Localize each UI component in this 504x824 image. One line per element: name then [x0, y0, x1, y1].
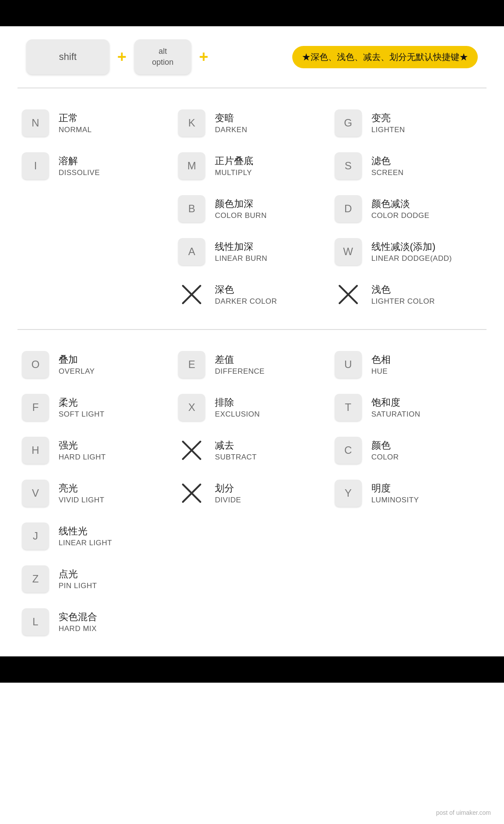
blend-label-vividlight: 亮光 VIVID LIGHT [59, 482, 105, 505]
key-t: T [335, 394, 362, 421]
bottom-bar [0, 656, 504, 683]
key-h: H [22, 437, 49, 464]
shift-label: shift [59, 51, 77, 63]
blend-label-difference: 差值 DIFFERENCE [215, 353, 265, 376]
section-overlay: O 叠加 OVERLAY E 差值 DIFFERENCE U 色相 HUE [0, 330, 504, 656]
list-item-empty [18, 230, 174, 273]
key-g: G [335, 109, 362, 137]
key-u: U [335, 351, 362, 378]
alt-key: alt option [134, 39, 191, 74]
blend-label-softlight: 柔光 SOFT LIGHT [59, 396, 105, 419]
list-item: O 叠加 OVERLAY [18, 343, 174, 386]
header-section: shift + alt option + ★深色、浅色、减去、划分无默认快捷键★ [0, 26, 504, 88]
footer-note: post of uimaker.com [436, 809, 491, 816]
blend-grid-8: H 强光 HARD LIGHT 减去 SUBTRACT [18, 429, 486, 472]
key-i: I [22, 152, 49, 179]
blend-label-lightercolor: 浅色 LIGHTER COLOR [371, 283, 435, 306]
note-badge: ★深色、浅色、减去、划分无默认快捷键★ [292, 46, 478, 68]
blend-label-subtract: 减去 SUBTRACT [215, 439, 257, 462]
key-k: K [178, 109, 205, 137]
blend-grid-1: N 正常 NORMAL K 变暗 DARKEN G 变亮 LIGHTEN [18, 102, 486, 144]
list-item: U 色相 HUE [330, 343, 486, 386]
blend-label-hardlight: 强光 HARD LIGHT [59, 439, 106, 462]
list-item: X 排除 EXCLUSION [174, 386, 330, 429]
key-v: V [22, 480, 49, 507]
list-item: V 亮光 VIVID LIGHT [18, 472, 174, 515]
blend-label-exclusion: 排除 EXCLUSION [215, 396, 260, 419]
key-s: S [335, 152, 362, 179]
key-j: J [22, 522, 49, 550]
blend-label-saturation: 饱和度 SATURATION [371, 396, 420, 419]
list-item: Y 明度 LUMINOSITY [330, 472, 486, 515]
key-d: D [335, 195, 362, 222]
blend-grid-2: I 溶解 DISSOLIVE M 正片叠底 MULTIPLY S 滤色 SCRE… [18, 144, 486, 187]
list-item: Z 点光 PIN LIGHT [18, 558, 174, 600]
key-c: C [335, 437, 362, 464]
list-item: G 变亮 LIGHTEN [330, 102, 486, 144]
blend-label-multiply: 正片叠底 MULTIPLY [215, 154, 253, 177]
list-item: B 颜色加深 COLOR BURN [174, 187, 330, 230]
list-item: A 线性加深 LINEAR BURN [174, 230, 330, 273]
list-item: 划分 DIVIDE [174, 472, 330, 515]
key-x-exclusion: X [178, 394, 205, 421]
plus-sign-1: + [117, 48, 126, 66]
blend-label-darkercolor: 深色 DARKER COLOR [215, 283, 277, 306]
blend-label-darken: 变暗 DARKEN [215, 112, 247, 134]
list-item: I 溶解 DISSOLIVE [18, 144, 174, 187]
blend-label-hardmix: 实色混合 HARD MIX [59, 610, 97, 633]
x-icon-divide [178, 480, 205, 507]
key-o: O [22, 351, 49, 378]
list-item-empty [18, 273, 174, 316]
blend-label-linearlight: 线性光 LINEAR LIGHT [59, 525, 112, 547]
blend-label-color: 颜色 COLOR [371, 439, 399, 462]
list-item: K 变暗 DARKEN [174, 102, 330, 144]
blend-grid-10: J 线性光 LINEAR LIGHT [18, 515, 486, 558]
list-item: S 滤色 SCREEN [330, 144, 486, 187]
alt-line2: option [152, 57, 174, 68]
top-bar [0, 0, 504, 26]
key-w: W [335, 238, 362, 265]
blend-label-colordodge: 颜色减淡 COLOR DODGE [371, 197, 430, 220]
blend-label-divide: 划分 DIVIDE [215, 482, 241, 505]
list-item: J 线性光 LINEAR LIGHT [18, 515, 174, 558]
list-item: C 颜色 COLOR [330, 429, 486, 472]
list-item: H 强光 HARD LIGHT [18, 429, 174, 472]
alt-line1: alt [159, 46, 167, 57]
blend-grid-7: F 柔光 SOFT LIGHT X 排除 EXCLUSION T 饱和度 SAT… [18, 386, 486, 429]
list-item: E 差值 DIFFERENCE [174, 343, 330, 386]
blend-label-lighten: 变亮 LIGHTEN [371, 112, 405, 134]
x-icon-lighter [335, 281, 362, 308]
blend-grid-3: B 颜色加深 COLOR BURN D 颜色减淡 COLOR DODGE [18, 187, 486, 230]
main-container: shift + alt option + ★深色、浅色、减去、划分无默认快捷键★… [0, 0, 504, 824]
blend-label-lineardodge: 线性减淡(添加) LINEAR DODGE(ADD) [371, 240, 452, 263]
blend-grid-9: V 亮光 VIVID LIGHT 划分 DIVIDE [18, 472, 486, 515]
list-item: M 正片叠底 MULTIPLY [174, 144, 330, 187]
section-darken: N 正常 NORMAL K 变暗 DARKEN G 变亮 LIGHTEN [0, 88, 504, 329]
blend-label-pinlight: 点光 PIN LIGHT [59, 568, 97, 590]
key-a: A [178, 238, 205, 265]
list-item: T 饱和度 SATURATION [330, 386, 486, 429]
key-n: N [22, 109, 49, 137]
x-icon-subtract [178, 437, 205, 464]
list-item: L 实色混合 HARD MIX [18, 600, 174, 643]
key-b: B [178, 195, 205, 222]
blend-label-luminosity: 明度 LUMINOSITY [371, 482, 419, 505]
key-z: Z [22, 565, 49, 593]
blend-grid-5: 深色 DARKER COLOR 浅色 LIGHTER COLOR [18, 273, 486, 316]
list-item: 浅色 LIGHTER COLOR [330, 273, 486, 316]
blend-grid-11: Z 点光 PIN LIGHT [18, 558, 486, 600]
blend-label-overlay: 叠加 OVERLAY [59, 353, 95, 376]
key-m: M [178, 152, 205, 179]
list-item: F 柔光 SOFT LIGHT [18, 386, 174, 429]
shift-key: shift [26, 39, 109, 74]
list-item: N 正常 NORMAL [18, 102, 174, 144]
x-icon-darker [178, 281, 205, 308]
key-f: F [22, 394, 49, 421]
blend-label-linearburn: 线性加深 LINEAR BURN [215, 240, 267, 263]
list-item: W 线性减淡(添加) LINEAR DODGE(ADD) [330, 230, 486, 273]
plus-sign-2: + [199, 48, 208, 66]
blend-grid-6: O 叠加 OVERLAY E 差值 DIFFERENCE U 色相 HUE [18, 343, 486, 386]
blend-grid-12: L 实色混合 HARD MIX [18, 600, 486, 643]
list-item: 减去 SUBTRACT [174, 429, 330, 472]
blend-label-hue: 色相 HUE [371, 353, 391, 376]
